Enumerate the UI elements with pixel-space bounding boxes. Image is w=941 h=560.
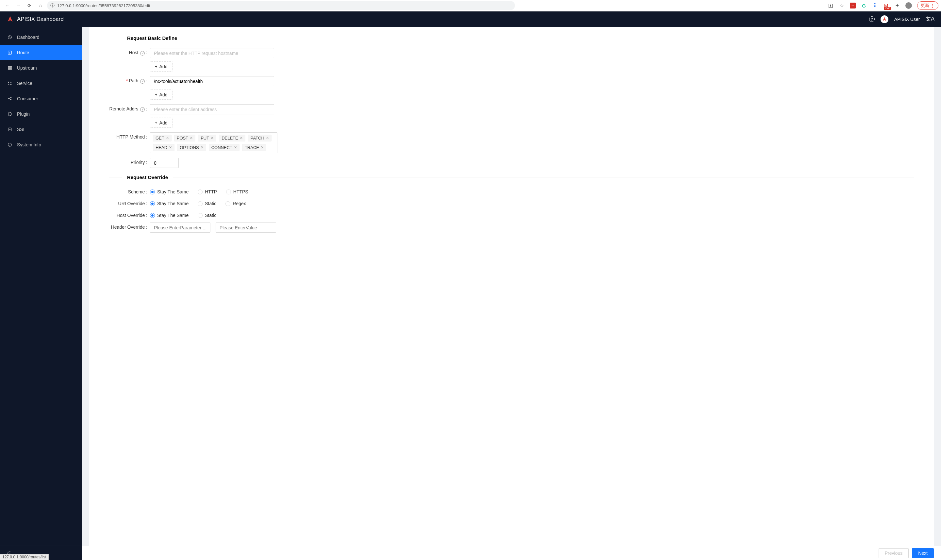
svg-rect-2 [8,66,12,67]
dashboard-icon [7,35,12,40]
help-icon[interactable]: ? [869,16,875,22]
nav-reload-button[interactable]: ⟳ [25,1,34,10]
http-method-tag[interactable]: TRACE✕ [242,144,266,151]
svg-point-8 [11,84,11,85]
plus-icon: + [155,120,157,125]
nav-back-button[interactable]: ← [3,1,12,10]
svg-point-5 [8,82,9,82]
remove-tag-icon[interactable]: ✕ [169,145,172,150]
uri-regex[interactable]: Regex [226,201,246,206]
host-input[interactable] [150,48,274,58]
host-static[interactable]: Static [198,213,216,218]
info-icon [7,142,12,147]
host-stay-same[interactable]: Stay The Same [150,213,189,218]
help-icon[interactable]: ? [140,107,145,112]
svg-point-6 [11,82,11,82]
svg-rect-3 [8,67,12,68]
plus-icon: + [155,64,157,69]
sidebar-item-consumer[interactable]: Consumer [0,91,82,106]
next-button[interactable]: Next [912,548,934,558]
svg-point-9 [8,98,9,98]
http-method-tag[interactable]: OPTIONS✕ [177,144,206,151]
host-override-label: Host Override : [109,211,150,218]
key-icon[interactable]: ⚿ [828,3,833,9]
sidebar-item-label: Dashboard [17,35,40,40]
sidebar-item-route[interactable]: Route [0,45,82,60]
remove-tag-icon[interactable]: ✕ [211,136,214,140]
http-method-tag[interactable]: GET✕ [153,135,172,142]
app-header: APISIX Dashboard ? APISIX User 文A [0,11,941,27]
scheme-https[interactable]: HTTPS [226,189,248,194]
priority-input[interactable] [150,158,179,168]
http-method-tag[interactable]: CONNECT✕ [209,144,240,151]
svg-rect-4 [8,69,12,69]
gmail-icon[interactable]: M1566 [883,3,889,9]
extensions-icon[interactable]: ✦ [894,3,900,9]
http-method-select[interactable]: GET✕POST✕PUT✕DELETE✕PATCH✕HEAD✕OPTIONS✕C… [150,132,277,153]
star-icon[interactable]: ☆ [839,3,845,9]
uri-stay-same[interactable]: Stay The Same [150,201,189,206]
remove-tag-icon[interactable]: ✕ [240,136,243,140]
remove-tag-icon[interactable]: ✕ [261,145,264,150]
sidebar-item-dashboard[interactable]: Dashboard [0,29,82,45]
language-icon[interactable]: 文A [926,16,935,23]
header-value-input[interactable] [216,223,276,232]
header-param-input[interactable] [150,223,211,232]
url-text: 127.0.0.1:9000/routes/355873926217205380… [57,3,150,8]
remote-addrs-input[interactable] [150,104,274,114]
http-method-tag[interactable]: DELETE✕ [219,135,245,142]
http-method-label: HTTP Method : [109,132,150,140]
host-override-radio-group: Stay The Same Static [150,211,320,218]
ssl-icon [7,127,12,132]
sidebar-item-system-info[interactable]: System Info [0,137,82,152]
sidebar-item-service[interactable]: Service [0,75,82,91]
translate-icon[interactable]: ⠿ [872,3,878,9]
grammarly-icon[interactable]: G [861,3,867,9]
remove-tag-icon[interactable]: ✕ [166,136,169,140]
http-method-tag[interactable]: PUT✕ [198,135,216,142]
scheme-stay-same[interactable]: Stay The Same [150,189,189,194]
add-host-button[interactable]: +Add [150,62,172,72]
section-header-override: Request Override [109,174,914,180]
section-title: Request Override [127,174,168,180]
remove-tag-icon[interactable]: ✕ [201,145,204,150]
http-method-tag[interactable]: POST✕ [174,135,195,142]
add-path-button[interactable]: +Add [150,89,172,100]
sidebar-item-label: Upstream [17,65,37,71]
scheme-http[interactable]: HTTP [198,189,217,194]
uri-static[interactable]: Static [198,201,216,206]
sidebar-item-label: System Info [17,142,41,147]
remove-tag-icon[interactable]: ✕ [234,145,237,150]
footer-bar: Previous Next [82,546,941,560]
sidebar-item-ssl[interactable]: SSL [0,122,82,137]
path-label: *Path ? : [109,76,150,84]
profile-avatar[interactable] [906,2,912,9]
nav-forward-button[interactable]: → [14,1,23,10]
remove-tag-icon[interactable]: ✕ [190,136,193,140]
browser-extension-icons: ⚿ ☆ ••• G ⠿ M1566 ✦ 更新⋮ [828,1,938,10]
svg-rect-1 [8,51,12,54]
http-method-tag[interactable]: HEAD✕ [153,144,174,151]
url-bar[interactable]: ⓘ 127.0.0.1:9000/routes/3558739262172053… [47,1,515,10]
previous-button[interactable]: Previous [879,548,909,558]
consumer-icon [7,96,12,101]
help-icon[interactable]: ? [140,79,145,84]
header-override-label: Header Override : [109,223,150,230]
path-input[interactable] [150,76,274,86]
app-title: APISIX Dashboard [17,16,64,23]
section-title: Request Basic Define [127,35,177,41]
sidebar-item-plugin[interactable]: Plugin [0,106,82,122]
lastpass-icon[interactable]: ••• [850,3,856,9]
http-method-tag[interactable]: PATCH✕ [248,135,272,142]
update-button[interactable]: 更新⋮ [917,1,938,10]
host-label: Host ? : [109,48,150,55]
sidebar-item-upstream[interactable]: Upstream [0,60,82,75]
remove-tag-icon[interactable]: ✕ [266,136,269,140]
priority-label: Priority : [109,158,150,165]
add-remote-addr-button[interactable]: +Add [150,118,172,128]
nav-home-button[interactable]: ⌂ [36,1,45,10]
help-icon[interactable]: ? [140,51,145,55]
sidebar-item-label: Plugin [17,111,30,117]
user-avatar-icon[interactable] [881,15,889,23]
app-logo[interactable]: APISIX Dashboard [6,16,64,23]
